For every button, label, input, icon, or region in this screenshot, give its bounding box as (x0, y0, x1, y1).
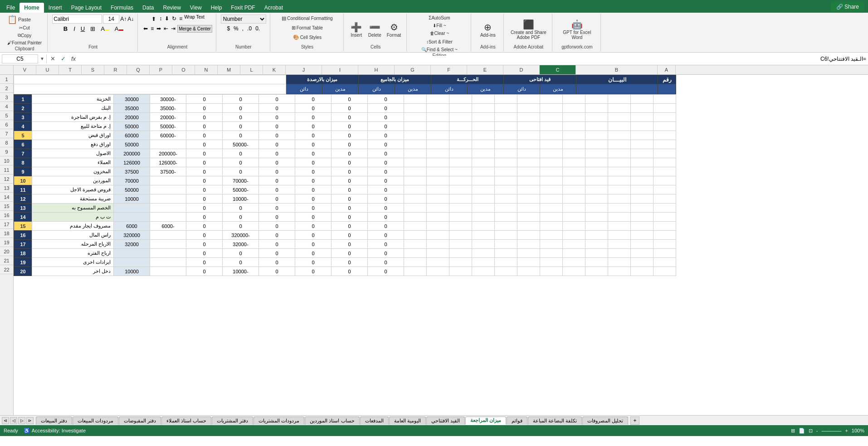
empty-cell[interactable] (427, 140, 449, 149)
format-painter-button[interactable]: 🖌 Format Painter (5, 39, 44, 46)
cell-opening-credit[interactable] (150, 140, 186, 149)
empty-cell[interactable] (653, 240, 676, 249)
cell-bal-debit[interactable]: 0 (332, 122, 368, 131)
indent-increase-button[interactable]: ⇥ (170, 24, 176, 33)
col-header-p[interactable]: P (150, 65, 172, 74)
font-size-input[interactable] (103, 15, 119, 24)
empty-cell[interactable] (631, 95, 653, 104)
cell-opening-debit[interactable]: 60000 (114, 131, 150, 140)
cell-tot-credit[interactable]: 0 (295, 258, 332, 267)
cell-tot-credit[interactable]: 0 (295, 249, 332, 258)
cell-tot-credit[interactable]: 0 (295, 222, 332, 231)
cell-bal-debit[interactable]: 0 (332, 194, 368, 204)
col-header-b[interactable]: B (576, 65, 658, 74)
empty-cell[interactable] (563, 167, 585, 176)
border-button[interactable]: ⊞ (88, 25, 97, 33)
cell-tot-debit[interactable]: 0 (259, 222, 295, 231)
cell-account-label[interactable]: إ. م بقرض المتاجرة (32, 113, 114, 122)
wrap-text-label[interactable]: Wrap Text (184, 15, 205, 24)
sheet-tab-دفتر المبيعات[interactable]: دفتر المبيعات (36, 417, 72, 425)
cell-tot-debit[interactable]: 0 (259, 140, 295, 149)
empty-cell[interactable] (563, 240, 585, 249)
empty-cell[interactable] (404, 95, 427, 104)
empty-cell[interactable] (517, 140, 540, 149)
cell-account-label[interactable]: راس المال (32, 231, 114, 240)
empty-cell[interactable] (427, 258, 449, 267)
empty-cell[interactable] (427, 222, 449, 231)
merge-center-button[interactable]: Merge & Center (177, 25, 212, 33)
empty-cell[interactable] (495, 104, 517, 113)
empty-cell[interactable] (608, 122, 631, 131)
cell-tot-debit[interactable]: 0 (259, 213, 295, 222)
sheet-tab-تحليل المصروفات[interactable]: تحليل المصروفات (582, 417, 628, 425)
empty-cells-row2[interactable] (14, 84, 286, 94)
cancel-formula-icon[interactable]: ✕ (49, 55, 57, 62)
sheet-tab-دفتر المشتريات[interactable]: دفتر المشتريات (212, 417, 253, 425)
col-header-f[interactable]: F (431, 65, 467, 74)
empty-cell[interactable] (472, 240, 495, 249)
cell-account-label[interactable]: إ. م متاحة للبيع (32, 122, 114, 131)
col-header-i[interactable]: I (322, 65, 358, 74)
cell-tot-credit[interactable]: 0 (295, 113, 332, 122)
empty-cell[interactable] (631, 131, 653, 140)
row-num-7[interactable]: 7 (0, 129, 13, 138)
row-num-8[interactable]: 8 (0, 138, 13, 147)
empty-cell[interactable] (608, 140, 631, 149)
zoom-in-btn[interactable]: + (845, 428, 848, 433)
cell-bal-credit[interactable]: 0 (368, 131, 404, 140)
cell-opening-debit[interactable]: 6000 (114, 222, 150, 231)
font-color-button[interactable]: A (113, 25, 125, 33)
cell-mov-credit[interactable]: 0 (223, 131, 259, 140)
empty-cell[interactable] (404, 158, 427, 167)
cell-opening-debit[interactable]: 35000 (114, 104, 150, 113)
sheet-tab-المدفعات[interactable]: المدفعات (360, 417, 389, 425)
empty-cell[interactable] (563, 204, 585, 213)
empty-cell[interactable] (631, 176, 653, 185)
align-middle-button[interactable]: ↕ (158, 15, 163, 24)
empty-cell[interactable] (472, 249, 495, 258)
tab-help[interactable]: Help (206, 3, 227, 13)
empty-cell[interactable] (608, 176, 631, 185)
empty-cell[interactable] (404, 267, 427, 276)
format-table-button[interactable]: ⊞ Format Table (290, 24, 325, 32)
empty-cell[interactable] (631, 222, 653, 231)
empty-cell[interactable] (517, 149, 540, 158)
cell-opening-debit[interactable]: 32000 (114, 240, 150, 249)
empty-cell[interactable] (608, 113, 631, 122)
empty-cell[interactable] (427, 131, 449, 140)
empty-cell[interactable] (449, 194, 472, 204)
cell-bal-debit[interactable]: 0 (332, 204, 368, 213)
empty-cell[interactable] (404, 167, 427, 176)
insert-button[interactable]: ➕ Insert (348, 21, 365, 39)
cell-opening-debit[interactable]: 10000 (114, 267, 150, 276)
empty-cell[interactable] (631, 167, 653, 176)
cell-opening-debit[interactable]: 10000 (114, 194, 150, 204)
empty-cell[interactable] (517, 194, 540, 204)
decimal-decrease-button[interactable]: 0. (254, 24, 261, 33)
cell-mov-credit[interactable]: -320000 (223, 231, 259, 240)
empty-cell[interactable] (472, 158, 495, 167)
cell-mov-credit[interactable]: -32000 (223, 240, 259, 249)
empty-cell[interactable] (517, 176, 540, 185)
cell-mov-debit[interactable]: 0 (186, 204, 223, 213)
row-num-13[interactable]: 13 (0, 184, 13, 193)
empty-cell[interactable] (563, 158, 585, 167)
empty-cell[interactable] (517, 167, 540, 176)
empty-cell[interactable] (449, 149, 472, 158)
empty-cell[interactable] (517, 104, 540, 113)
cell-mov-debit[interactable]: 0 (186, 240, 223, 249)
cell-opening-credit[interactable] (150, 249, 186, 258)
col-header-d[interactable]: D (503, 65, 540, 74)
empty-cell[interactable] (563, 194, 585, 204)
empty-cell[interactable] (631, 140, 653, 149)
cell-tot-debit[interactable]: 0 (259, 240, 295, 249)
empty-cell[interactable] (427, 204, 449, 213)
cell-tot-debit[interactable]: 0 (259, 204, 295, 213)
empty-cell[interactable] (472, 213, 495, 222)
cell-bal-debit[interactable]: 0 (332, 213, 368, 222)
cell-tot-credit[interactable]: 0 (295, 185, 332, 194)
empty-cell[interactable] (404, 249, 427, 258)
cell-mov-credit[interactable]: 0 (223, 213, 259, 222)
cell-row-num[interactable]: 15 (14, 222, 32, 231)
empty-cell[interactable] (517, 267, 540, 276)
